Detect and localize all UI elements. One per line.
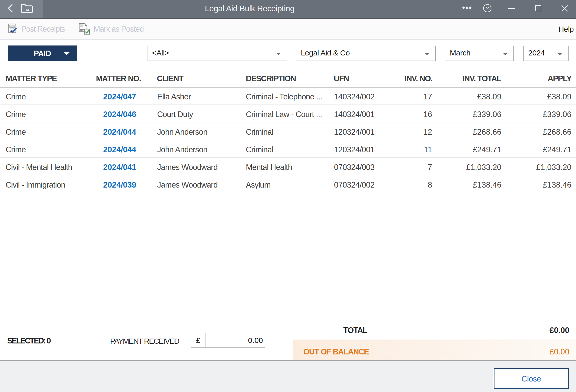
svg-text:?: ?: [486, 5, 489, 11]
